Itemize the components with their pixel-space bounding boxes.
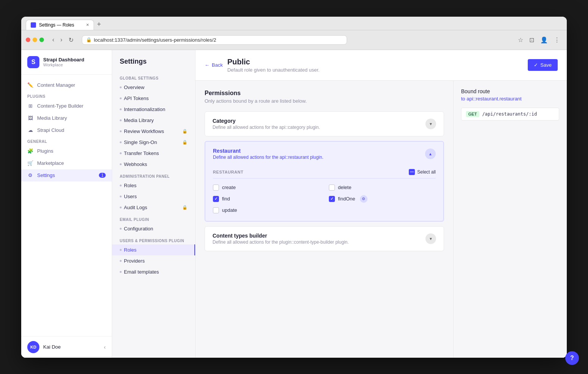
bullet-icon [120,130,122,132]
settings-item-providers[interactable]: Providers [112,255,195,266]
settings-item-roles[interactable]: Roles [112,180,195,191]
settings-item-configuration[interactable]: Configuration [112,223,195,234]
settings-item-label: API Tokens [124,95,149,101]
restaurant-card-header[interactable]: Restaurant Define all allowed actions fo… [205,142,443,166]
browser-window: Settings — Roles ✕ + ‹ › ↻ 🔒 localhost:1… [21,17,567,358]
findone-settings-button[interactable]: ⚙ [360,195,368,203]
sidebar-item-marketplace[interactable]: 🛒 Marketplace [21,157,112,169]
category-card-header[interactable]: Category Define all allowed actions for … [205,112,444,136]
lock-icon: 🔒 [182,140,188,145]
help-button[interactable]: ? [565,351,579,365]
menu-button[interactable]: ⋮ [552,35,562,45]
category-permission-card: Category Define all allowed actions for … [205,111,444,136]
right-panel: Bound route to api::restaurant.restauran… [453,81,567,358]
restaurant-toggle-button[interactable]: ▴ [425,149,436,159]
category-toggle-button[interactable]: ▾ [425,119,436,129]
restaurant-card-body: RESTAURANT Select all create [205,166,443,221]
bound-route-title: Bound route [461,88,559,94]
sidebar-item-media-library[interactable]: 🖼 Media Library [21,112,112,124]
permission-item-create: create [213,185,320,191]
collapse-sidebar-button[interactable]: ‹ [104,344,106,350]
forward-nav-button[interactable]: › [58,35,64,45]
url-text: localhost:1337/admin/settings/users-perm… [94,37,343,43]
content-types-builder-card-header[interactable]: Content types builder Define all allowed… [205,227,444,251]
bullet-icon [120,207,122,208]
page-title: Public [227,58,523,66]
address-bar[interactable]: 🔒 localhost:1337/admin/settings/users-pe… [82,35,347,45]
create-label: create [222,185,236,190]
active-tab: Settings — Roles ✕ [26,20,94,30]
update-checkbox[interactable] [213,207,219,213]
sidebar-item-plugins[interactable]: 🧩 Plugins [21,145,112,157]
back-arrow-icon: ← [205,62,210,68]
sidebar-item-settings[interactable]: ⚙ Settings 1 [21,169,112,182]
tab-close-button[interactable]: ✕ [86,23,89,27]
restaurant-permission-card: Restaurant Define all allowed actions fo… [205,141,444,222]
restaurant-section-name: RESTAURANT [213,170,409,174]
permissions-heading: Permissions [205,90,444,97]
bullet-icon [120,141,122,143]
restaurant-card-info: Restaurant Define all allowed actions fo… [213,148,425,160]
back-button[interactable]: ← Back [205,61,223,69]
browser-actions: ☆ ⊡ 👤 ⋮ [516,35,562,45]
sidebar-item-content-type-builder[interactable]: ⊞ Content-Type Builder [21,100,112,112]
settings-item-api-tokens[interactable]: API Tokens [112,93,195,104]
bookmark-button[interactable]: ☆ [516,35,525,45]
delete-checkbox[interactable] [329,185,335,191]
settings-item-users[interactable]: Users [112,191,195,202]
bullet-icon [120,271,122,273]
settings-title: Settings [112,58,195,72]
settings-item-overview[interactable]: Overview [112,82,195,93]
settings-item-roles-up[interactable]: Roles [112,244,195,255]
lock-icon: 🔒 [86,37,92,42]
settings-badge: 1 [99,173,106,178]
sidebar-item-label: Settings [37,172,55,178]
settings-item-webhooks[interactable]: Webhooks [112,159,195,170]
minimize-window-button[interactable] [33,38,37,42]
profile-button[interactable]: 👤 [538,35,550,45]
settings-item-label: Media Library [124,117,154,123]
browser-nav: ‹ › ↻ [50,35,76,45]
settings-item-audit-logs[interactable]: Audit Logs 🔒 [112,202,195,213]
tab-title: Settings — Roles [39,22,74,28]
settings-item-single-sign-on[interactable]: Single Sign-On 🔒 [112,137,195,148]
plugins-section-label: Plugins [21,91,112,100]
settings-item-internationalization[interactable]: Internationalization [112,104,195,115]
bullet-icon [120,249,122,251]
split-view-button[interactable]: ⊡ [527,35,536,45]
new-tab-button[interactable]: + [94,19,104,30]
reload-button[interactable]: ↻ [66,35,76,45]
findone-checkbox[interactable] [329,196,335,202]
bullet-icon [120,185,122,186]
sidebar-item-label: Marketplace [37,160,64,166]
find-checkbox[interactable] [213,196,219,202]
sidebar-item-strapi-cloud[interactable]: ☁ Strapi Cloud [21,124,112,136]
create-checkbox[interactable] [213,185,219,191]
settings-item-review-workflows[interactable]: Review Workflows 🔒 [112,126,195,137]
bullet-icon [120,108,122,110]
permission-item-delete: delete [329,185,436,191]
settings-item-media-library-settings[interactable]: Media Library [112,115,195,126]
header-info: Public Default role given to unauthentic… [227,58,523,73]
settings-item-transfer-tokens[interactable]: Transfer Tokens [112,148,195,159]
select-all-button[interactable]: Select all [409,169,436,175]
users-permissions-plugin-label: Users & Permissions Plugin [112,234,195,244]
content-types-builder-toggle-button[interactable]: ▾ [425,233,436,244]
save-button[interactable]: ✓ Save [528,59,558,71]
update-label: update [222,207,237,213]
settings-item-label: Single Sign-On [124,139,157,145]
fullscreen-window-button[interactable] [39,38,44,42]
back-nav-button[interactable]: ‹ [50,35,56,45]
sidebar-item-label: Media Library [37,115,67,121]
traffic-lights [26,38,44,42]
app-body: S Strapi Dashboard Workplace ✏️ Content … [21,50,567,358]
settings-item-email-templates[interactable]: Email templates [112,266,195,277]
sidebar-item-content-manager[interactable]: ✏️ Content Manager [21,79,112,91]
close-window-button[interactable] [26,38,30,42]
permission-item-findone: findOne ⚙ [329,195,436,203]
user-avatar: KD [27,341,39,353]
admin-panel-label: Administration Panel [112,170,195,180]
content-body: Permissions Only actions bound by a rout… [195,81,567,358]
settings-sidebar: Settings Global Settings Overview API To… [112,50,195,358]
sidebar-item-label: Strapi Cloud [37,127,64,133]
